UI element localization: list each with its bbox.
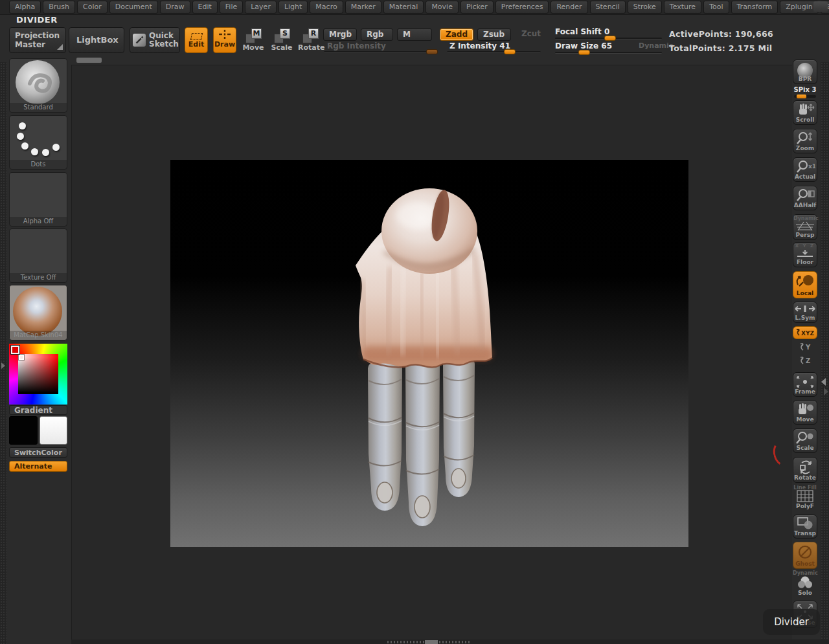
move-3d-button[interactable]: Move [793, 400, 817, 425]
rgb-toggle[interactable]: Rgb [361, 28, 393, 41]
rotate-3d-button[interactable]: Rotate [793, 457, 817, 483]
menu-marker[interactable]: Marker [345, 1, 381, 14]
material-selector[interactable]: MatCap Skin04 [9, 285, 67, 340]
m-toggle[interactable]: M [397, 28, 432, 41]
main-color-swatch[interactable] [9, 416, 38, 445]
move-icon: M [245, 28, 262, 43]
material-thumbnail-sphere [13, 287, 62, 336]
aahalf-button[interactable]: AAHalf [793, 186, 817, 210]
menu-layer[interactable]: Layer [245, 1, 277, 14]
floor-button[interactable]: X Y Z Floor [793, 242, 817, 267]
ghost-button[interactable]: Ghost [793, 542, 817, 569]
menu-texture[interactable]: Texture [664, 1, 701, 14]
rgb-intensity-label: Rgb Intensity [327, 41, 386, 50]
menu-macro[interactable]: Macro [310, 1, 343, 14]
focal-shift-thumb[interactable] [604, 36, 616, 41]
polyframe-button[interactable]: PolyF [793, 490, 817, 512]
dynamic-draw-size-label: Dynamic [639, 41, 673, 50]
rotate-y-icon: Y [797, 342, 813, 352]
z-intensity-slider[interactable] [447, 51, 541, 53]
actual-size-button[interactable]: x1 Actual [793, 157, 817, 182]
menu-picker[interactable]: Picker [460, 1, 494, 14]
draw-size-slider[interactable] [555, 52, 662, 54]
menu-light[interactable]: Light [278, 1, 308, 14]
tray-expand-arrow-icon[interactable] [824, 388, 828, 395]
lsym-button[interactable]: L.Sym [793, 302, 817, 323]
sculpt-canvas[interactable] [170, 160, 688, 547]
document-scrollbar-horizontal[interactable] [76, 58, 102, 63]
scale-mode-button[interactable]: S Scale [269, 28, 294, 53]
menu-alpha[interactable]: Alpha [9, 1, 41, 14]
menu-movie[interactable]: Movie [426, 1, 459, 14]
scroll-button[interactable]: Scroll [793, 100, 817, 125]
left-tray-divider[interactable] [0, 62, 6, 644]
rotate-z-button[interactable]: Z [793, 355, 817, 367]
quick-sketch-button[interactable]: Quick Sketch [130, 27, 180, 53]
solo-button[interactable]: Solo [793, 575, 817, 597]
menu-material[interactable]: Material [383, 1, 424, 14]
rgb-intensity-thumb[interactable] [426, 49, 438, 54]
menu-brush[interactable]: Brush [43, 1, 75, 14]
lightbox-button[interactable]: LightBox [69, 27, 124, 53]
material-name-label: MatCap Skin04 [10, 331, 67, 340]
color-picker[interactable] [9, 344, 67, 405]
z-intensity-thumb[interactable] [504, 49, 516, 54]
zbrush-window: { "menu": { "items": ["Alpha","Brush","C… [0, 0, 829, 644]
menu-render[interactable]: Render [551, 1, 587, 14]
tray-open-arrow-icon[interactable] [1, 362, 5, 369]
rgb-intensity-slider[interactable] [324, 51, 438, 53]
menu-file[interactable]: File [220, 1, 243, 14]
zsub-toggle[interactable]: Zsub [477, 28, 511, 41]
spix-slider[interactable] [794, 95, 816, 98]
draw-size-thumb[interactable] [578, 50, 590, 55]
secondary-color-swatch[interactable] [40, 416, 67, 445]
focal-shift-slider[interactable] [555, 38, 662, 39]
rotate-y-button[interactable]: Y [793, 342, 817, 353]
rotate-orbit-icon [795, 459, 815, 476]
menu-edit[interactable]: Edit [192, 1, 218, 14]
pencil-icon [133, 34, 146, 47]
zoom-button[interactable]: Zoom [793, 129, 817, 153]
transparency-button[interactable]: Transp [793, 515, 817, 539]
projection-master-button[interactable]: Projection Master [9, 27, 66, 53]
rotate-mode-button[interactable]: R Rotate [298, 28, 323, 53]
menu-stroke[interactable]: Stroke [628, 1, 662, 14]
menu-document[interactable]: Document [109, 1, 158, 14]
persp-button[interactable]: Dynamic Persp [793, 214, 817, 240]
rotate-xyz-button[interactable]: XYZ [793, 326, 817, 339]
frame-button[interactable]: Frame [793, 372, 817, 397]
mrgb-toggle[interactable]: Mrgb [323, 28, 357, 41]
zadd-toggle[interactable]: Zadd [440, 28, 473, 41]
spix-slider-thumb[interactable] [797, 94, 806, 98]
menu-draw[interactable]: Draw [160, 1, 190, 14]
edit-mode-button[interactable]: Edit [185, 27, 208, 53]
alternate-button[interactable]: Alternate [9, 461, 67, 472]
bottom-scrollbar-thumb[interactable] [425, 640, 438, 644]
switch-color-button[interactable]: SwitchColor [9, 447, 67, 458]
menu-color[interactable]: Color [77, 1, 108, 14]
brush-selector[interactable]: Standard [9, 58, 67, 113]
menu-stencil[interactable]: Stencil [590, 1, 626, 14]
finger-middle [405, 360, 440, 526]
menu-transform[interactable]: Transform [731, 1, 778, 14]
texture-selector[interactable]: Texture Off [9, 228, 67, 283]
alpha-selector[interactable]: Alpha Off [9, 172, 67, 227]
color-picker-sv-box[interactable] [18, 354, 58, 394]
zcut-toggle[interactable]: Zcut [516, 28, 545, 41]
menu-preferences[interactable]: Preferences [495, 1, 549, 14]
draw-mode-button[interactable]: Draw [213, 27, 236, 53]
menu-bar: Alpha Brush Color Document Draw Edit Fil… [0, 0, 829, 15]
scale-3d-button[interactable]: Scale [793, 428, 817, 453]
bpr-render-button[interactable]: BPR [793, 60, 817, 84]
svg-text:Y: Y [805, 344, 811, 351]
perspective-grid-icon [795, 221, 815, 231]
stroke-selector[interactable]: Dots [9, 115, 67, 170]
tray-collapse-arrow-icon[interactable] [821, 378, 826, 386]
local-button[interactable]: Local [793, 271, 817, 298]
menu-tool[interactable]: Tool [703, 1, 729, 14]
gradient-toggle[interactable]: Gradient [9, 405, 67, 415]
solo-spheres-icon [795, 575, 815, 590]
move-mode-button[interactable]: M Move [241, 28, 266, 53]
right-tray-divider[interactable] [821, 62, 829, 644]
menu-zplugin[interactable]: Zplugin [780, 1, 819, 14]
